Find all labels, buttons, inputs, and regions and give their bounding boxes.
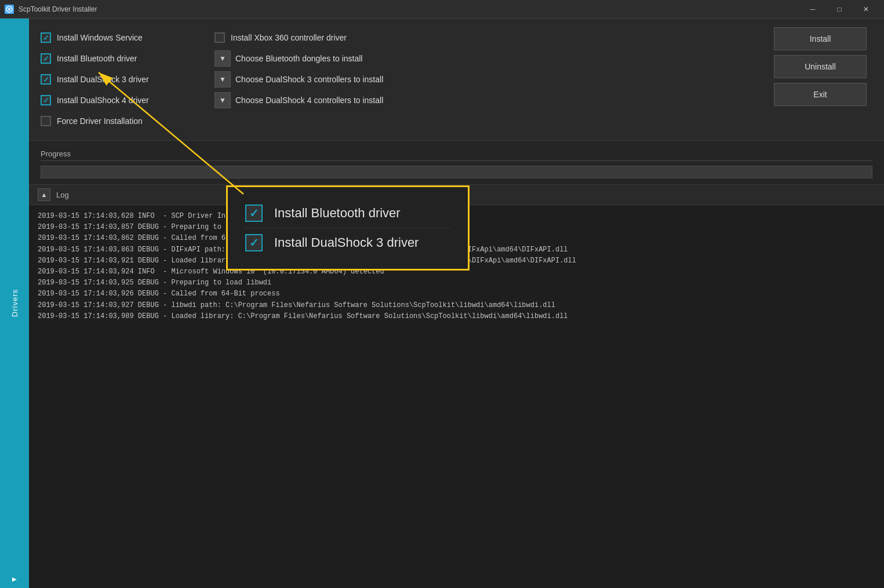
app-container: Drivers ▶ ✓ Install Windows Service <box>0 19 884 588</box>
progress-bar-container <box>41 166 872 178</box>
windows-service-row[interactable]: ✓ Install Windows Service <box>41 30 214 45</box>
dualshock3-checkbox[interactable]: ✓ <box>41 74 51 85</box>
col-right-2: ▼ Choose Bluetooth dongles to install <box>214 50 756 67</box>
bluetooth-driver-row[interactable]: ✓ Install Bluetooth driver <box>41 51 214 66</box>
progress-label: Progress <box>41 149 872 161</box>
log-expand-button[interactable]: ▲ <box>38 188 50 201</box>
annotation-text-1: Install Bluetooth driver <box>274 206 401 221</box>
install-button[interactable]: Install <box>774 27 867 50</box>
sidebar: Drivers ▶ <box>0 19 29 588</box>
dualshock4-label: Install DualShock 4 driver <box>57 96 149 105</box>
app-icon <box>5 5 14 14</box>
annotation-check-1: ✓ <box>249 206 259 220</box>
close-button[interactable]: ✕ <box>853 0 879 19</box>
bluetooth-driver-checkmark: ✓ <box>43 55 49 63</box>
annotation-checkbox-1: ✓ <box>245 204 263 222</box>
xbox360-label: Install Xbox 360 controller driver <box>231 33 347 42</box>
bluetooth-dropdown-row: ▼ Choose Bluetooth dongles to install <box>214 50 756 67</box>
force-driver-row[interactable]: Force Driver Installation <box>41 114 214 129</box>
dualshock3-dropdown-label: Choose DualShock 3 controllers to instal… <box>235 75 383 84</box>
col-left-2: ✓ Install Bluetooth driver <box>41 51 214 66</box>
bluetooth-dropdown-btn[interactable]: ▼ <box>214 50 231 67</box>
xbox360-checkbox[interactable] <box>214 32 225 43</box>
col-left-5: Force Driver Installation <box>41 114 214 129</box>
dualshock4-dropdown-row: ▼ Choose DualShock 4 controllers to inst… <box>214 92 756 108</box>
log-line: 2019-03-15 17:14:03,927 DEBUG - libwdi p… <box>38 300 875 311</box>
windows-service-checkmark: ✓ <box>43 34 49 42</box>
bluetooth-driver-label: Install Bluetooth driver <box>57 54 137 63</box>
log-line: 2019-03-15 17:14:03,925 DEBUG - Preparin… <box>38 277 875 288</box>
col-left-4: ✓ Install DualShock 4 driver <box>41 93 214 108</box>
content-area: ✓ Install Windows Service Install Xbox 3… <box>29 19 884 588</box>
annotation-text-2: Install DualShock 3 driver <box>274 235 419 250</box>
dualshock4-dropdown-label: Choose DualShock 4 controllers to instal… <box>235 96 383 105</box>
title-bar-left: ScpToolkit Driver Installer <box>5 5 97 14</box>
maximize-button[interactable]: □ <box>826 0 853 19</box>
dualshock4-checkmark: ✓ <box>43 97 49 104</box>
bluetooth-dropdown-label: Choose Bluetooth dongles to install <box>235 54 362 63</box>
log-line: 2019-03-15 17:14:03,926 DEBUG - Called f… <box>38 288 875 300</box>
dualshock4-checkbox[interactable]: ✓ <box>41 95 51 105</box>
options-row-3: ✓ Install DualShock 3 driver ▼ Choose Du… <box>41 69 756 90</box>
top-section: ✓ Install Windows Service Install Xbox 3… <box>29 19 884 141</box>
exit-button[interactable]: Exit <box>774 83 867 106</box>
annotation-item-2: ✓ Install DualShock 3 driver <box>245 228 450 257</box>
options-row-4: ✓ Install DualShock 4 driver ▼ Choose Du… <box>41 90 756 111</box>
window-title: ScpToolkit Driver Installer <box>19 5 97 13</box>
minimize-button[interactable]: ─ <box>799 0 826 19</box>
windows-service-label: Install Windows Service <box>57 33 143 42</box>
dualshock3-dropdown-row: ▼ Choose DualShock 3 controllers to inst… <box>214 71 756 87</box>
dualshock3-checkmark: ✓ <box>43 76 49 83</box>
annotation-checkbox-2: ✓ <box>245 234 263 251</box>
log-expand-icon: ▲ <box>41 191 48 198</box>
window-controls: ─ □ ✕ <box>799 0 879 19</box>
annotation-overlay: ✓ Install Bluetooth driver ✓ Install Dua… <box>226 185 470 271</box>
progress-section: Progress <box>29 141 884 184</box>
annotation-item-1: ✓ Install Bluetooth driver <box>245 199 450 228</box>
sidebar-arrow-icon: ▶ <box>12 576 17 582</box>
options-panel: ✓ Install Windows Service Install Xbox 3… <box>41 27 756 132</box>
windows-service-checkbox[interactable]: ✓ <box>41 32 51 43</box>
xbox360-row[interactable]: Install Xbox 360 controller driver <box>214 30 756 45</box>
title-bar: ScpToolkit Driver Installer ─ □ ✕ <box>0 0 884 19</box>
col-left-3: ✓ Install DualShock 3 driver <box>41 72 214 87</box>
options-row-2: ✓ Install Bluetooth driver ▼ Choose Blue… <box>41 48 756 69</box>
bluetooth-driver-checkbox[interactable]: ✓ <box>41 53 51 64</box>
options-row-5: Force Driver Installation <box>41 111 756 132</box>
force-driver-label: Force Driver Installation <box>57 116 143 126</box>
dualshock4-dropdown-btn[interactable]: ▼ <box>214 92 231 108</box>
force-driver-checkbox[interactable] <box>41 116 51 126</box>
col-right-4: ▼ Choose DualShock 4 controllers to inst… <box>214 92 756 108</box>
col-right-3: ▼ Choose DualShock 3 controllers to inst… <box>214 71 756 87</box>
dualshock3-label: Install DualShock 3 driver <box>57 75 149 84</box>
options-row-1: ✓ Install Windows Service Install Xbox 3… <box>41 27 756 48</box>
annotation-check-2: ✓ <box>249 236 259 250</box>
log-title: Log <box>56 191 69 199</box>
dualshock3-row[interactable]: ✓ Install DualShock 3 driver <box>41 72 214 87</box>
log-line: 2019-03-15 17:14:03,989 DEBUG - Loaded l… <box>38 311 875 322</box>
col-right-1: Install Xbox 360 controller driver <box>214 30 756 45</box>
dualshock3-dropdown-btn[interactable]: ▼ <box>214 71 231 87</box>
uninstall-button[interactable]: Uninstall <box>774 55 867 78</box>
action-buttons: Install Uninstall Exit <box>756 27 872 132</box>
dualshock4-row[interactable]: ✓ Install DualShock 4 driver <box>41 93 214 108</box>
col-left-1: ✓ Install Windows Service <box>41 30 214 45</box>
sidebar-label: Drivers <box>10 289 19 317</box>
